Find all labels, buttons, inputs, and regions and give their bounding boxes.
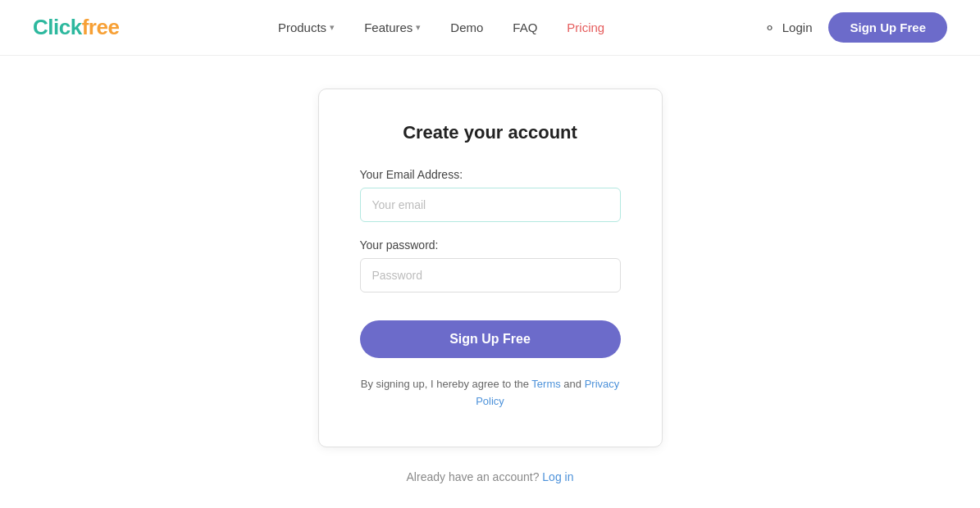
nav-pricing[interactable]: Pricing xyxy=(567,20,604,34)
login-link[interactable]: Log in xyxy=(542,470,573,483)
email-input[interactable] xyxy=(360,188,621,222)
nav-demo[interactable]: Demo xyxy=(450,20,483,34)
header-signup-button[interactable]: Sign Up Free xyxy=(828,12,947,43)
person-icon: ⚬ xyxy=(763,19,776,37)
chevron-down-icon: ▾ xyxy=(416,22,421,33)
email-label: Your Email Address: xyxy=(360,168,621,181)
nav-features[interactable]: Features ▾ xyxy=(364,20,421,34)
login-label: Login xyxy=(782,20,813,34)
site-header: Clickfree Products ▾ Features ▾ Demo FAQ… xyxy=(0,0,980,56)
signup-card: Create your account Your Email Address: … xyxy=(318,88,663,447)
signup-main-button[interactable]: Sign Up Free xyxy=(360,320,621,358)
terms-text: By signing up, I hereby agree to the Ter… xyxy=(360,376,621,410)
terms-link[interactable]: Terms xyxy=(531,378,560,390)
card-title: Create your account xyxy=(360,122,621,143)
nav-faq[interactable]: FAQ xyxy=(513,20,537,34)
password-input[interactable] xyxy=(360,258,621,293)
logo[interactable]: Clickfree xyxy=(33,15,119,40)
logo-free: free xyxy=(82,15,120,39)
password-label: Your password: xyxy=(360,238,621,252)
login-area[interactable]: ⚬ Login xyxy=(763,19,813,37)
logo-click: Click xyxy=(33,15,82,39)
email-field-group: Your Email Address: xyxy=(360,168,621,222)
nav-products[interactable]: Products ▾ xyxy=(278,20,335,34)
password-field-group: Your password: xyxy=(360,238,621,293)
main-content: Create your account Your Email Address: … xyxy=(0,56,980,508)
main-nav: Products ▾ Features ▾ Demo FAQ Pricing xyxy=(278,20,604,34)
header-right: ⚬ Login Sign Up Free xyxy=(763,12,947,43)
already-account-text: Already have an account? Log in xyxy=(407,470,574,483)
chevron-down-icon: ▾ xyxy=(330,22,335,33)
